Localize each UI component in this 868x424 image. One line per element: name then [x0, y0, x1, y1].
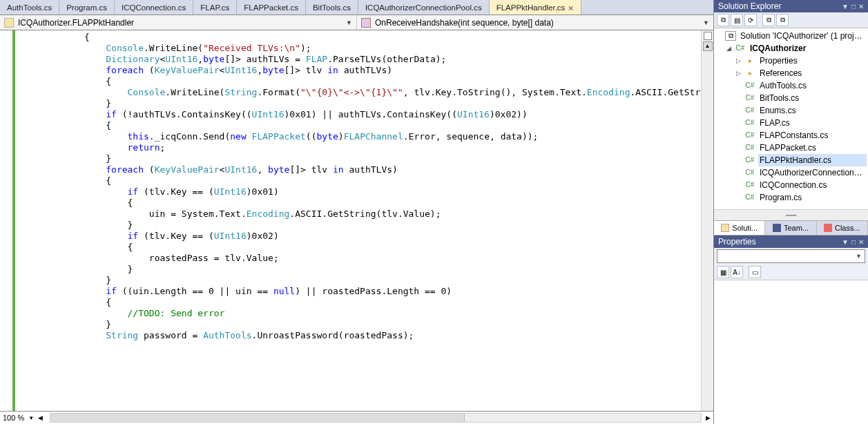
code-line[interactable]: { [17, 242, 701, 253]
code-line[interactable]: } [17, 264, 701, 275]
tree-node[interactable]: C#FLAPPacket.cs [715, 142, 867, 154]
code-line[interactable]: if (!authTLVs.ContainsKey((UInt16)0x01) … [17, 109, 701, 120]
code-content[interactable]: { Console.WriteLine("Received TLVs:\n");… [17, 30, 701, 411]
categorized-button[interactable]: ▦ [717, 266, 729, 278]
expand-icon[interactable]: ▷ [735, 55, 742, 67]
tab-label: FLAPPktHandler.cs [496, 3, 566, 12]
tree-node[interactable]: C#Enums.cs [715, 104, 867, 117]
pin-icon[interactable]: □ [851, 238, 856, 246]
show-all-button[interactable]: ▤ [731, 14, 743, 26]
tree-node[interactable]: ▷▸Properties [715, 55, 867, 67]
code-line[interactable]: roastedPass = tlv.Value; [17, 253, 701, 264]
code-line[interactable]: uin = System.Text.Encoding.ASCII.GetStri… [17, 209, 701, 220]
document-tab[interactable]: ICQAuthorizerConnectionPool.cs [358, 0, 490, 15]
document-tab[interactable]: ICQConnection.cs [115, 0, 193, 15]
window-position-icon[interactable]: ▼ [842, 238, 849, 246]
properties-object-dropdown[interactable]: ▼ [717, 249, 865, 263]
close-icon[interactable]: ✕ [858, 238, 864, 246]
tree-label: BitTools.cs [758, 92, 867, 104]
close-icon[interactable]: ✕ [568, 4, 574, 13]
tree-node[interactable]: C#FLAP.cs [715, 117, 867, 129]
code-line[interactable]: Dictionary<UInt16,byte[]> authTLVs = FLA… [17, 54, 701, 65]
code-line[interactable]: { [17, 120, 701, 131]
document-tab[interactable]: FLAP.cs [193, 0, 237, 15]
scroll-right-icon[interactable]: ▶ [706, 414, 711, 421]
code-line[interactable]: } [17, 275, 701, 286]
pin-icon[interactable]: □ [851, 3, 856, 10]
document-tab[interactable]: FLAPPktHandler.cs✕ [490, 0, 582, 15]
tree-label: FLAPPktHandler.cs [758, 154, 867, 166]
panel-tab[interactable]: Team... [765, 221, 816, 235]
tree-node[interactable]: C#FLAPConstants.cs [715, 129, 867, 142]
vertical-scrollbar[interactable]: ▲ [701, 30, 713, 411]
window-position-icon[interactable]: ▼ [842, 3, 849, 10]
nav-member-dropdown[interactable]: OnReceiveHandshake(int sequence, byte[] … [357, 15, 713, 30]
scrollbar-thumb[interactable] [50, 414, 465, 422]
tree-horizontal-scrollbar[interactable]: ━━━ [714, 209, 868, 220]
solution-explorer-header[interactable]: Solution Explorer ▼ □ ✕ [714, 0, 868, 12]
tree-node[interactable]: C#BitTools.cs [715, 92, 867, 104]
nav-member-text: OnReceiveHandshake(int sequence, byte[] … [375, 18, 554, 28]
code-line[interactable]: if (tlv.Key == (UInt16)0x01) [17, 186, 701, 197]
horizontal-scrollbar[interactable] [50, 413, 702, 423]
cs-icon: C# [744, 143, 755, 153]
chevron-down-icon[interactable]: ▼ [28, 415, 34, 421]
code-line[interactable]: //TODO: Send error [17, 308, 701, 319]
nav-class-dropdown[interactable]: ICQAuthorizer.FLAPPktHandler ▼ [0, 15, 357, 30]
code-editor[interactable]: { Console.WriteLine("Received TLVs:\n");… [0, 30, 713, 411]
document-tab[interactable]: Program.cs [59, 0, 115, 15]
code-line[interactable]: this._icqConn.Send(new FLAPPacket((byte)… [17, 131, 701, 142]
tree-node[interactable]: C#ICQAuthorizerConnectionPool.cs [715, 166, 867, 179]
scroll-left-icon[interactable]: ◀ [38, 414, 43, 421]
refresh-button[interactable]: ⟳ [744, 14, 757, 26]
document-tab[interactable]: FLAPPacket.cs [237, 0, 306, 15]
close-icon[interactable]: ✕ [858, 3, 864, 10]
code-line[interactable]: } [17, 98, 701, 109]
tree-node[interactable]: C#Program.cs [715, 191, 867, 204]
code-line[interactable]: } [17, 153, 701, 164]
panel-tab[interactable]: Class... [817, 221, 868, 235]
code-line[interactable]: { [17, 197, 701, 209]
view-code-button[interactable]: ⧉ [762, 14, 775, 26]
tree-node[interactable]: ◢C#ICQAuthorizer [715, 42, 867, 55]
solution-tree[interactable]: ⧉Solution 'ICQAuthorizer' (1 project)◢C#… [714, 28, 868, 209]
view-designer-button[interactable]: ⧉ [776, 14, 789, 26]
tree-node[interactable]: ▷▸References [715, 67, 867, 79]
expand-icon[interactable]: ◢ [725, 42, 732, 55]
tree-label: ICQConnection.cs [758, 179, 867, 191]
code-line[interactable]: if ((uin.Length == 0 || uin == null) || … [17, 286, 701, 297]
panel-tab[interactable]: Soluti... [714, 221, 765, 235]
tree-node[interactable]: C#FLAPPktHandler.cs [715, 154, 867, 166]
code-line[interactable]: Console.WriteLine("Received TLVs:\n"); [17, 43, 701, 54]
document-tab[interactable]: AuthTools.cs [0, 0, 59, 15]
alphabetical-button[interactable]: A↓ [731, 266, 743, 278]
code-line[interactable]: { [17, 297, 701, 308]
code-line[interactable]: String password = AuthTools.UnroastPassw… [17, 330, 701, 341]
split-box[interactable] [704, 32, 712, 40]
code-line[interactable]: Console.WriteLine(String.Format("\"{0}\"… [17, 87, 701, 98]
properties-pages-button[interactable]: ▭ [749, 266, 761, 278]
code-line[interactable]: if (tlv.Key == (UInt16)0x02) [17, 231, 701, 242]
properties-header[interactable]: Properties ▼ □ ✕ [714, 235, 868, 248]
code-line[interactable]: { [17, 32, 701, 43]
tab-label: AuthTools.cs [7, 3, 52, 12]
code-line[interactable]: } [17, 220, 701, 231]
code-line[interactable]: return; [17, 142, 701, 153]
code-line[interactable]: foreach (KeyValuePair<UInt16, byte[]> tl… [17, 164, 701, 175]
zoom-level[interactable]: 100 % [3, 414, 24, 422]
code-line[interactable]: } [17, 319, 701, 330]
tab-label: BitTools.cs [313, 3, 351, 12]
code-line[interactable]: { [17, 76, 701, 87]
document-tab[interactable]: BitTools.cs [306, 0, 358, 15]
class-icon [4, 18, 14, 28]
tree-label: FLAPPacket.cs [758, 142, 867, 154]
tree-node[interactable]: C#AuthTools.cs [715, 79, 867, 92]
expand-icon[interactable]: ▷ [735, 67, 742, 79]
properties-button[interactable]: ⧉ [717, 14, 729, 26]
code-line[interactable]: foreach (KeyValuePair<UInt16,byte[]> tlv… [17, 65, 701, 76]
tree-node[interactable]: C#ICQConnection.cs [715, 179, 867, 191]
tree-node[interactable]: ⧉Solution 'ICQAuthorizer' (1 project) [715, 30, 867, 42]
scroll-up-icon[interactable]: ▲ [703, 41, 713, 51]
code-line[interactable]: { [17, 175, 701, 186]
properties-grid[interactable] [714, 280, 868, 424]
